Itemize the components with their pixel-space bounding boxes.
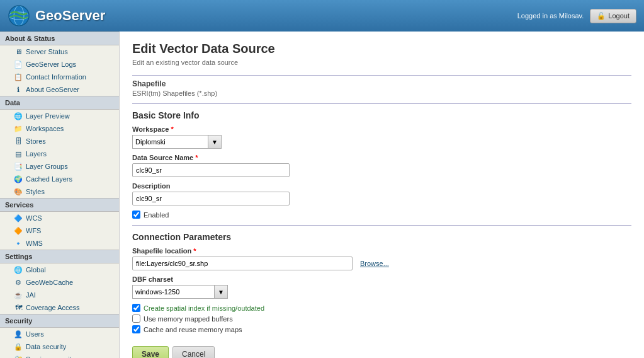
- dbf-charset-label: DBF charset: [132, 275, 631, 283]
- shapefile-type: ESRI(tm) Shapefiles (*.shp): [132, 90, 631, 97]
- sidebar-item-workspaces[interactable]: 📁 Workspaces: [0, 122, 119, 135]
- sidebar-section-security: Security: [0, 314, 119, 328]
- memory-mapped-group: Use memory mapped buffers: [132, 315, 631, 323]
- app-header: GeoServer Logged in as Milosav. 🔓 Logout: [0, 0, 644, 32]
- page-subtitle: Edit an existing vector data source: [132, 59, 631, 66]
- enabled-label: Enabled: [144, 211, 169, 219]
- wcs-icon: 🔷: [14, 214, 23, 222]
- page-layout: About & Status 🖥 Server Status 📄 GeoServ…: [0, 32, 644, 358]
- connection-params-title: Connection Parameters: [132, 232, 631, 242]
- divider-basic: [132, 103, 631, 104]
- create-spatial-index-group: Create spatial index if missing/outdated: [132, 304, 631, 312]
- servicesec-icon: 🔐: [14, 355, 23, 358]
- cache-reuse-checkbox[interactable]: [132, 325, 140, 333]
- sidebar-section-services: Services: [0, 198, 119, 212]
- users-icon: 👤: [14, 330, 23, 338]
- description-label: Description: [132, 182, 631, 190]
- dbf-charset-input[interactable]: [132, 285, 214, 299]
- divider-connection: [132, 225, 631, 226]
- sidebar-item-coverage-access[interactable]: 🗺 Coverage Access: [0, 301, 119, 314]
- logo-area: GeoServer: [8, 4, 105, 27]
- preview-icon: 🌐: [14, 112, 23, 120]
- contact-icon: 📋: [14, 72, 23, 81]
- workspace-group: Workspace * ▼: [132, 125, 631, 149]
- cache-reuse-label: Cache and reuse memory maps: [144, 326, 242, 333]
- workspace-dropdown-button[interactable]: ▼: [208, 135, 222, 149]
- logout-button[interactable]: 🔓 Logout: [590, 9, 636, 23]
- layers-icon: ▤: [14, 149, 23, 158]
- logo-globe-icon: [8, 4, 30, 27]
- info-icon: ℹ: [14, 85, 23, 94]
- datasource-name-label: Data Source Name *: [132, 154, 631, 161]
- wfs-icon: 🔶: [14, 226, 23, 235]
- gwc-icon: ⚙: [14, 278, 23, 287]
- jai-icon: ☕: [14, 291, 23, 299]
- datasource-name-group: Data Source Name *: [132, 154, 631, 177]
- description-input[interactable]: [132, 192, 290, 205]
- enabled-checkbox[interactable]: [132, 211, 140, 219]
- sidebar-section-settings: Settings: [0, 250, 119, 263]
- cache-reuse-group: Cache and reuse memory maps: [132, 325, 631, 333]
- datasource-name-required: *: [195, 154, 198, 161]
- shapefile-location-required: *: [193, 247, 196, 255]
- dbf-charset-dropdown-button[interactable]: ▼: [214, 285, 228, 299]
- sidebar-item-contact[interactable]: 📋 Contact Information: [0, 71, 119, 83]
- description-group: Description: [132, 182, 631, 205]
- cached-icon: 🌍: [14, 175, 23, 183]
- sidebar-item-layers[interactable]: ▤ Layers: [0, 147, 119, 160]
- shapefile-location-group: Shapefile location * Browse...: [132, 247, 631, 270]
- page-title: Edit Vector Data Source: [132, 42, 631, 56]
- sidebar-item-global[interactable]: 🌐 Global: [0, 263, 119, 276]
- workspace-input[interactable]: [132, 135, 208, 149]
- coverage-icon: 🗺: [14, 303, 23, 312]
- sidebar-item-layer-preview[interactable]: 🌐 Layer Preview: [0, 110, 119, 122]
- datasource-name-input[interactable]: [132, 163, 290, 177]
- global-icon: 🌐: [14, 265, 23, 274]
- workspace-required: *: [171, 125, 174, 133]
- sidebar-item-wms[interactable]: 🔹 WMS: [0, 237, 119, 250]
- workspace-icon: 📁: [14, 124, 23, 133]
- basic-store-title: Basic Store Info: [132, 110, 631, 120]
- browse-button[interactable]: Browse...: [355, 257, 394, 270]
- server-icon: 🖥: [14, 47, 23, 56]
- sidebar-item-jai[interactable]: ☕ JAI: [0, 289, 119, 301]
- shapefile-label: Shapefile: [132, 79, 631, 88]
- sidebar-item-server-status[interactable]: 🖥 Server Status: [0, 45, 119, 58]
- shapefile-location-label: Shapefile location *: [132, 247, 631, 255]
- save-button[interactable]: Save: [132, 346, 169, 358]
- workspace-select-wrapper: ▼: [132, 135, 631, 149]
- sidebar-item-stores[interactable]: 🗄 Stores: [0, 135, 119, 147]
- sidebar: About & Status 🖥 Server Status 📄 GeoServ…: [0, 32, 120, 358]
- create-spatial-index-checkbox[interactable]: [132, 304, 140, 312]
- sidebar-item-layer-groups[interactable]: 📑 Layer Groups: [0, 160, 119, 173]
- sidebar-section-about: About & Status: [0, 32, 119, 45]
- layergroups-icon: 📑: [14, 162, 23, 171]
- sidebar-item-data-security[interactable]: 🔒 Data security: [0, 340, 119, 353]
- log-icon: 📄: [14, 60, 23, 69]
- cancel-button[interactable]: Cancel: [172, 346, 215, 358]
- logout-icon: 🔓: [597, 12, 606, 20]
- main-content: Edit Vector Data Source Edit an existing…: [120, 32, 644, 358]
- create-spatial-index-label: Create spatial index if missing/outdated: [144, 304, 264, 312]
- sidebar-section-data: Data: [0, 96, 119, 110]
- sidebar-item-users[interactable]: 👤 Users: [0, 328, 119, 340]
- sidebar-item-cached-layers[interactable]: 🌍 Cached Layers: [0, 173, 119, 185]
- sidebar-item-styles[interactable]: 🎨 Styles: [0, 185, 119, 198]
- logged-in-text: Logged in as Milosav.: [517, 12, 584, 20]
- sidebar-item-geoserver-logs[interactable]: 📄 GeoServer Logs: [0, 58, 119, 71]
- sidebar-item-about[interactable]: ℹ About GeoServer: [0, 83, 119, 96]
- shapefile-location-input[interactable]: [132, 257, 353, 270]
- sidebar-item-wfs[interactable]: 🔶 WFS: [0, 224, 119, 237]
- workspace-label: Workspace *: [132, 125, 631, 133]
- styles-icon: 🎨: [14, 187, 23, 196]
- sidebar-item-wcs[interactable]: 🔷 WCS: [0, 212, 119, 224]
- header-right: Logged in as Milosav. 🔓 Logout: [517, 9, 636, 23]
- use-memory-mapped-label: Use memory mapped buffers: [144, 315, 233, 323]
- dbf-charset-group: DBF charset ▼: [132, 275, 631, 299]
- sidebar-item-service-security[interactable]: 🔐 Service security: [0, 353, 119, 358]
- sidebar-item-geowebcache[interactable]: ⚙ GeoWebCache: [0, 276, 119, 289]
- shapefile-input-wrapper: Browse...: [132, 257, 631, 270]
- use-memory-mapped-checkbox[interactable]: [132, 315, 140, 323]
- datasec-icon: 🔒: [14, 342, 23, 351]
- action-buttons: Save Cancel: [132, 346, 631, 358]
